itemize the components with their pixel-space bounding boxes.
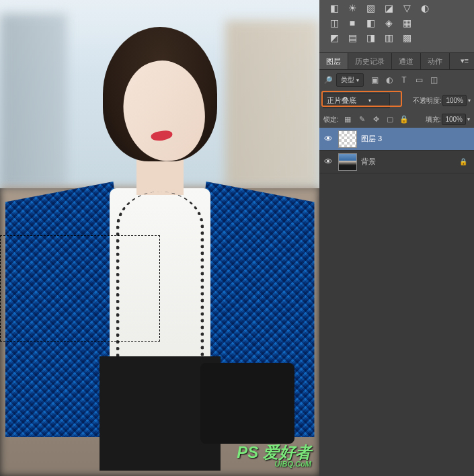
threshold-icon[interactable]: ◨: [365, 32, 376, 43]
levels-icon[interactable]: ◪: [383, 3, 394, 13]
panel-menu-icon[interactable]: ▾≡: [455, 53, 474, 69]
chevron-down-icon: ▾: [356, 77, 359, 83]
layer-row[interactable]: 👁 图层 3: [319, 128, 474, 151]
lock-artboard-icon[interactable]: ▢: [386, 115, 395, 124]
gradient-map-icon[interactable]: ▥: [383, 32, 394, 43]
bw-icon[interactable]: ◧: [365, 17, 376, 28]
blend-mode-row: 正片叠底 ▾ 不透明度: 100% ▾: [319, 90, 474, 111]
posterize-icon[interactable]: ▤: [347, 32, 358, 43]
channel-mixer-icon[interactable]: ▦: [401, 17, 412, 28]
ruler-icon[interactable]: ☀: [347, 3, 358, 13]
fill-label: 填充:: [426, 115, 441, 124]
filter-shape-icon[interactable]: ▭: [414, 75, 424, 85]
chevron-down-icon[interactable]: ▾: [468, 97, 471, 104]
document-canvas[interactable]: PS 爱好者 UiBQ.CoM: [0, 0, 319, 476]
layer-kind-dropdown[interactable]: 类型 ▾: [336, 73, 364, 87]
photo-content: PS 爱好者 UiBQ.CoM: [0, 0, 319, 476]
selective-color-icon[interactable]: ▩: [401, 32, 412, 43]
right-panel: ◧ ☀ ▧ ◪ ▽ ◐ ◫ ■ ◧ ◈ ▦ ◩ ▤ ◨ ▥ ▩: [319, 0, 474, 476]
chevron-down-icon[interactable]: ▾: [467, 116, 470, 122]
panel-tabs: 图层 历史记录 通道 动作 ▾≡: [319, 52, 474, 70]
watermark: PS 爱好者 UiBQ.CoM: [237, 444, 311, 468]
lock-all-icon[interactable]: 🔒: [400, 115, 409, 124]
note-icon[interactable]: ▧: [365, 3, 376, 13]
watermark-sub: UiBQ.CoM: [237, 461, 311, 468]
opacity-value[interactable]: 100%: [442, 95, 467, 106]
filter-adjust-icon[interactable]: ◐: [385, 75, 394, 85]
layer-name[interactable]: 图层 3: [361, 134, 471, 144]
lock-pixels-icon[interactable]: ✎: [358, 115, 366, 124]
tab-actions[interactable]: 动作: [421, 53, 450, 69]
tab-history[interactable]: 历史记录: [348, 53, 392, 69]
layer-name[interactable]: 背景: [361, 157, 455, 167]
layer-thumbnail[interactable]: [338, 130, 357, 148]
blend-mode-dropdown[interactable]: 正片叠底 ▾: [323, 93, 390, 108]
search-icon[interactable]: 🔎: [323, 76, 333, 85]
curves-icon[interactable]: ▽: [401, 3, 412, 13]
tab-layers[interactable]: 图层: [319, 53, 348, 69]
opacity-label: 不透明度:: [413, 96, 442, 106]
layer-row[interactable]: 👁 背景 🔒: [319, 151, 474, 173]
watermark-main: PS 爱好者: [237, 443, 311, 461]
layer-list: 👁 图层 3 👁 背景 🔒: [319, 128, 474, 476]
invert-icon[interactable]: ◩: [329, 32, 340, 43]
filter-pixel-icon[interactable]: ▣: [370, 75, 379, 85]
layer-kind-label: 类型: [341, 75, 354, 85]
exposure-icon[interactable]: ◐: [420, 3, 430, 13]
lock-indicator-icon: 🔒: [459, 158, 467, 165]
eyedropper-icon[interactable]: ◧: [329, 3, 340, 13]
lock-row: 锁定: ▦ ✎ ✥ ▢ 🔒 填充: 100% ▾: [319, 111, 474, 128]
filter-smart-icon[interactable]: ◫: [429, 75, 438, 85]
layer-thumbnail[interactable]: [338, 153, 357, 171]
chevron-down-icon: ▾: [368, 97, 371, 104]
fill-value[interactable]: 100%: [442, 114, 466, 125]
blend-mode-value: 正片叠底: [327, 95, 356, 106]
filter-type-icon[interactable]: T: [399, 75, 409, 85]
tab-channels[interactable]: 通道: [392, 53, 421, 69]
vibrance-icon[interactable]: ◫: [329, 17, 340, 28]
lock-transparency-icon[interactable]: ▦: [344, 115, 352, 124]
visibility-toggle-icon[interactable]: 👁: [322, 134, 334, 144]
hue-icon[interactable]: ■: [347, 17, 358, 28]
photo-filter-icon[interactable]: ◈: [383, 17, 394, 28]
lock-label: 锁定:: [323, 115, 339, 124]
visibility-toggle-icon[interactable]: 👁: [322, 157, 334, 167]
lock-position-icon[interactable]: ✥: [372, 115, 381, 124]
adjustments-panel: ◧ ☀ ▧ ◪ ▽ ◐ ◫ ■ ◧ ◈ ▦ ◩ ▤ ◨ ▥ ▩: [319, 0, 474, 52]
layer-filter-row: 🔎 类型 ▾ ▣ ◐ T ▭ ◫: [319, 70, 474, 90]
